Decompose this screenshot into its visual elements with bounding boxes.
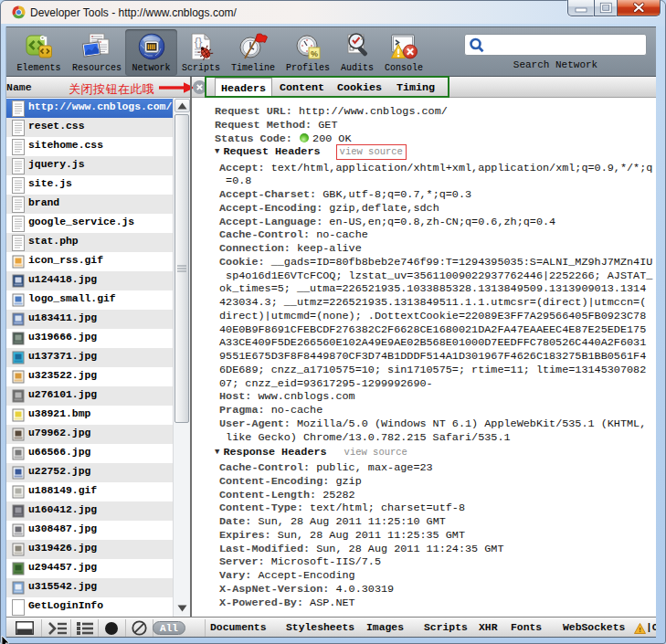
- svg-text:A: A: [361, 35, 365, 41]
- svg-text:%: %: [311, 49, 318, 58]
- svg-text:{}: {}: [195, 35, 203, 48]
- svg-text:!: !: [639, 626, 641, 634]
